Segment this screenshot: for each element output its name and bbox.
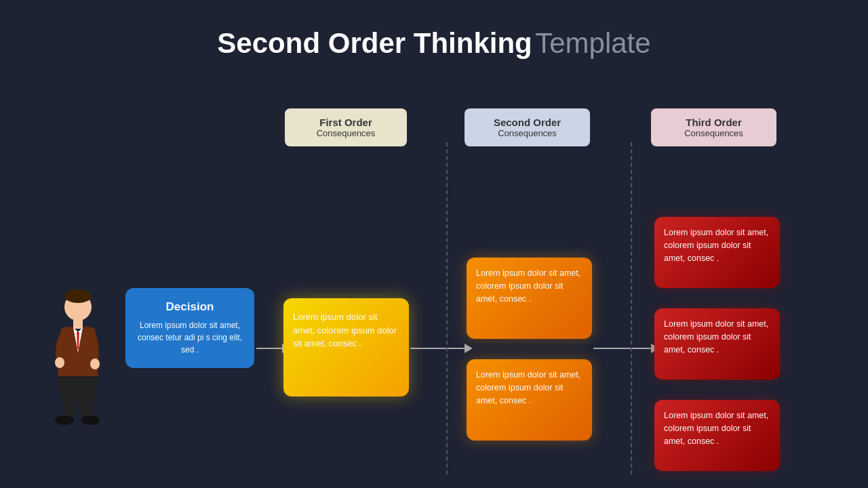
person-figure: [51, 288, 105, 444]
svg-point-7: [55, 415, 74, 425]
second-order-header-sub: Consequences: [475, 128, 579, 138]
first-order-header: First Order Consequences: [285, 108, 407, 146]
decision-text: Lorem ipsum dolor sit amet, consec tetur…: [136, 319, 243, 356]
second-order-box-top: Lorem ipsum dolor sit amet, colorem ipsu…: [467, 258, 592, 339]
third-order-text-1: Lorem ipsum dolor sit amet, colorem ipsu…: [664, 228, 768, 263]
first-order-header-title: First Order: [296, 117, 396, 128]
third-order-text-2: Lorem ipsum dolor sit amet, colorem ipsu…: [664, 319, 768, 354]
first-order-text: Lorem ipsum dolor sit amet, colorem ipsu…: [293, 312, 397, 348]
arrow-line3: [593, 348, 651, 349]
svg-point-6: [90, 359, 100, 369]
dotted-line-1: [446, 142, 448, 474]
title-area: Second Order Thinking Template: [0, 0, 868, 60]
second-order-bottom-text: Lorem ipsum dolor sit amet, colorem ipsu…: [476, 370, 580, 405]
arrow-second-third: [593, 344, 659, 353]
second-order-box-bottom: Lorem ipsum dolor sit amet, colorem ipsu…: [467, 359, 592, 441]
svg-point-8: [81, 415, 100, 425]
title-bold: Second Order Thinking: [217, 27, 532, 59]
svg-point-1: [64, 289, 92, 303]
arrow-line2: [410, 348, 465, 349]
svg-point-5: [55, 357, 64, 368]
decision-box: Decision Lorem ipsum dolor sit amet, con…: [125, 288, 254, 368]
third-order-header: Third Order Consequences: [651, 108, 776, 146]
svg-rect-2: [73, 319, 83, 329]
third-order-box-3: Lorem ipsum dolor sit amet, colorem ipsu…: [654, 400, 780, 471]
arrow-head2: [465, 344, 473, 353]
third-order-box-2: Lorem ipsum dolor sit amet, colorem ipsu…: [654, 308, 780, 380]
decision-title: Decision: [136, 300, 243, 314]
second-order-header: Second Order Consequences: [465, 108, 590, 146]
second-order-top-text: Lorem ipsum dolor sit amet, colorem ipsu…: [476, 268, 580, 304]
title-light: Template: [535, 27, 650, 59]
third-order-header-sub: Consequences: [662, 128, 766, 138]
third-order-header-title: Third Order: [662, 117, 766, 128]
third-order-text-3: Lorem ipsum dolor sit amet, colorem ipsu…: [664, 411, 768, 446]
first-order-header-sub: Consequences: [296, 128, 396, 138]
dotted-line-2: [631, 142, 632, 474]
arrow-first-second: [410, 344, 473, 353]
first-order-box: Lorem ipsum dolor sit amet, colorem ipsu…: [283, 298, 409, 396]
second-order-header-title: Second Order: [475, 117, 579, 128]
arrow-line: [256, 348, 282, 349]
content-area: First Order Consequences Second Order Co…: [0, 88, 868, 488]
third-order-box-1: Lorem ipsum dolor sit amet, colorem ipsu…: [654, 217, 780, 288]
